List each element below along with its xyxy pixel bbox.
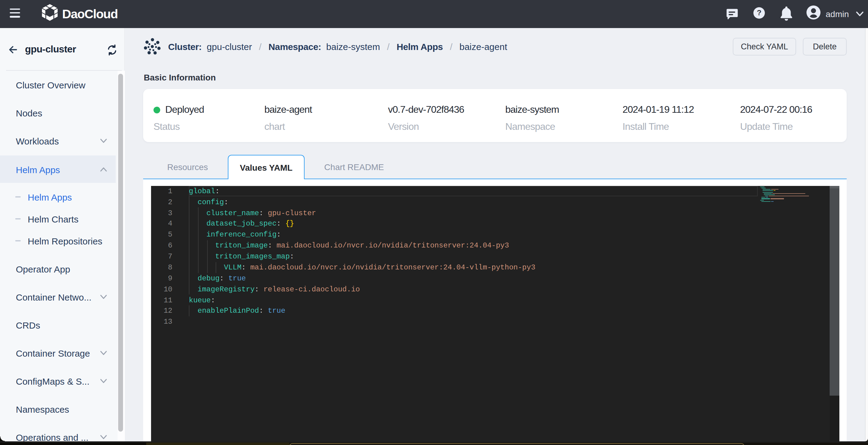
svg-text:?: ?: [756, 8, 761, 17]
